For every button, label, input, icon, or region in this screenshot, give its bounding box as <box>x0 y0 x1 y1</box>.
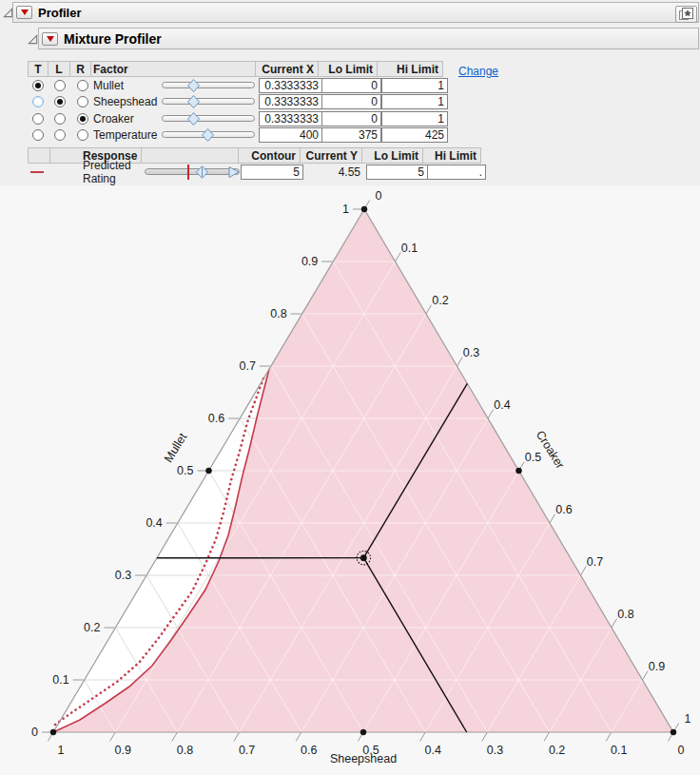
mixture-profiler-titlebar: Mixture Profiler <box>38 28 699 49</box>
response-slider[interactable] <box>145 165 240 180</box>
disclosure-icon[interactable] <box>28 34 38 45</box>
current-y-value: 4.55 <box>303 165 366 179</box>
factor-row: Croaker0.333333301 <box>28 110 449 127</box>
red-triangle-menu-button[interactable] <box>42 32 58 46</box>
limit-slider-thumb[interactable] <box>228 165 241 179</box>
column-header-current-y: Current Y <box>300 147 362 164</box>
radio-top[interactable] <box>32 113 44 125</box>
factor-name: Croaker <box>93 110 158 127</box>
factor-row: Sheepshead0.333333301 <box>28 94 449 111</box>
factor-slider[interactable] <box>162 78 255 93</box>
factor-slider[interactable] <box>162 127 255 143</box>
column-header-lo-limit: Lo Limit <box>361 147 423 164</box>
current-x-field[interactable]: 0.3333333 <box>259 78 322 93</box>
lo-limit-field[interactable]: 0 <box>321 111 381 126</box>
column-header-lo-limit: Lo Limit <box>318 61 378 77</box>
response-row: Predicted Rating 5 4.55 5 . <box>28 164 487 181</box>
svg-text:0.6: 0.6 <box>301 744 317 757</box>
slider-track[interactable] <box>162 98 255 105</box>
slider-thumb[interactable] <box>202 128 214 142</box>
hi-limit-field[interactable]: 1 <box>381 94 448 109</box>
current-x-field[interactable]: 400 <box>259 127 322 143</box>
factor-slider[interactable] <box>162 94 255 109</box>
response-table: Response Contour Current Y Lo Limit Hi L… <box>28 147 487 181</box>
contour-field[interactable]: 5 <box>241 165 303 180</box>
factor-row: Mullet0.333333301 <box>28 77 449 94</box>
svg-text:0.2: 0.2 <box>549 744 565 757</box>
contour-slider-thumb[interactable] <box>196 165 208 179</box>
lo-limit-field[interactable]: 0 <box>321 94 381 109</box>
svg-text:0: 0 <box>376 189 382 203</box>
right-axis-title: Croaker <box>534 428 567 471</box>
section-title: Mixture Profiler <box>64 31 162 47</box>
column-header-slider <box>141 147 239 164</box>
slider-thumb[interactable] <box>187 112 200 126</box>
factor-row: Temperature400375425 <box>28 127 449 145</box>
svg-text:1: 1 <box>58 744 65 757</box>
factor-name: Sheepshead <box>93 94 158 111</box>
radio-left[interactable] <box>54 129 66 141</box>
slider-thumb[interactable] <box>187 95 200 108</box>
radio-right[interactable] <box>77 113 88 125</box>
hi-limit-field[interactable]: 425 <box>381 127 448 143</box>
radio-right[interactable] <box>77 96 88 107</box>
column-header-swatch <box>28 147 50 164</box>
radio-right[interactable] <box>77 80 88 91</box>
radio-right[interactable] <box>77 129 88 141</box>
svg-text:0.8: 0.8 <box>617 608 633 621</box>
slider-track[interactable] <box>162 115 255 122</box>
column-header-left: L <box>48 61 70 77</box>
hi-limit-field[interactable]: 1 <box>381 111 448 126</box>
column-header-right: R <box>69 61 91 77</box>
svg-text:0.3: 0.3 <box>487 744 503 757</box>
change-link[interactable]: Change <box>458 65 498 78</box>
current-x-field[interactable]: 0.3333333 <box>259 94 322 109</box>
lo-limit-field[interactable]: 5 <box>366 165 428 180</box>
current-y-marker <box>187 165 189 180</box>
red-triangle-icon <box>21 10 29 15</box>
svg-text:0: 0 <box>678 744 685 757</box>
radio-top[interactable] <box>32 80 44 91</box>
ternary-plot[interactable]: 00.10.20.30.40.50.60.70.80.9100.10.20.30… <box>0 185 700 775</box>
radio-left[interactable] <box>54 80 66 91</box>
svg-text:0.4: 0.4 <box>425 744 441 757</box>
column-header-factor: Factor <box>90 61 256 77</box>
profiler-titlebar: Profiler <box>12 2 699 23</box>
slider-thumb[interactable] <box>187 79 200 92</box>
radio-left[interactable] <box>54 96 66 107</box>
svg-text:0.7: 0.7 <box>239 744 255 757</box>
svg-text:0.9: 0.9 <box>301 255 318 268</box>
window-star-button[interactable] <box>675 6 697 23</box>
factor-table-header: T L R Factor Current X Lo Limit Hi Limit <box>28 61 449 77</box>
window-star-icon <box>678 8 694 21</box>
red-triangle-menu-button[interactable] <box>16 6 32 19</box>
svg-text:0.9: 0.9 <box>115 744 131 757</box>
column-header-hi-limit: Hi Limit <box>377 61 443 77</box>
red-triangle-icon <box>47 36 54 42</box>
svg-text:0.7: 0.7 <box>240 359 256 373</box>
lo-limit-field[interactable]: 0 <box>321 78 381 93</box>
bottom-axis-title: Sheepshead <box>330 752 397 765</box>
svg-text:0.1: 0.1 <box>611 744 627 757</box>
svg-text:0: 0 <box>31 726 38 739</box>
current-x-field[interactable]: 0.3333333 <box>259 111 322 126</box>
svg-text:0.8: 0.8 <box>177 744 193 757</box>
radio-left[interactable] <box>54 113 66 125</box>
response-name: Predicted Rating <box>50 164 143 181</box>
svg-text:0.3: 0.3 <box>115 569 131 582</box>
slider-track[interactable] <box>162 82 255 88</box>
column-header-top: T <box>28 61 49 77</box>
svg-text:0.5: 0.5 <box>177 464 193 477</box>
lo-limit-field[interactable]: 375 <box>321 127 381 143</box>
response-slider-track[interactable] <box>145 168 240 175</box>
svg-text:0.1: 0.1 <box>401 242 418 255</box>
column-header-current-x: Current X <box>255 61 319 77</box>
factor-slider[interactable] <box>162 111 255 126</box>
svg-text:0.6: 0.6 <box>555 503 572 516</box>
radio-top[interactable] <box>32 96 44 107</box>
svg-text:0.5: 0.5 <box>525 451 541 464</box>
hi-limit-field[interactable]: . <box>427 165 486 180</box>
hi-limit-field[interactable]: 1 <box>381 78 448 93</box>
svg-text:0.3: 0.3 <box>463 346 479 359</box>
radio-top[interactable] <box>32 129 44 141</box>
